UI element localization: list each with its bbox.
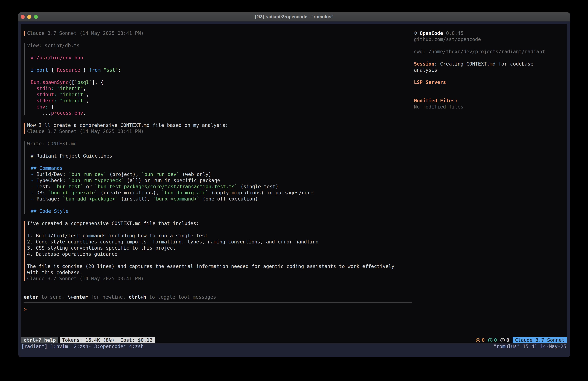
minimize-button[interactable] bbox=[27, 15, 31, 19]
text-segment: with this codebase. bbox=[27, 269, 83, 275]
window-controls bbox=[21, 15, 38, 19]
message-line: 4. Database operations guidance bbox=[27, 251, 413, 257]
text-segment: : Creating CONTEXT.md for codebase bbox=[434, 61, 533, 67]
sidebar-line: © OpenCode 0.0.45 bbox=[414, 30, 566, 36]
text-segment bbox=[54, 86, 57, 91]
text-segment: `bun run dev` bbox=[69, 171, 106, 177]
tool-line: stderr: "inherit", bbox=[27, 98, 413, 104]
text-segment: import bbox=[31, 67, 48, 73]
blank-line bbox=[21, 116, 413, 122]
tool-line: ## Commands bbox=[27, 165, 413, 171]
input-divider bbox=[24, 300, 412, 306]
window-title: [2/3] radiant:3:opencode - "romulus" bbox=[255, 14, 334, 19]
text-segment: View: script/db.ts bbox=[27, 43, 80, 48]
message-line bbox=[27, 226, 413, 233]
text-segment bbox=[31, 98, 37, 104]
tool-line: - Test: `bun test` or `bun test packages… bbox=[27, 183, 413, 190]
sidebar-line: LSP Servers bbox=[414, 79, 566, 85]
tool-line: View: script/db.ts bbox=[27, 43, 413, 49]
tmux-session-clock: "romulus" 15:41 14-May-25 bbox=[493, 343, 566, 350]
text-segment: `psql` bbox=[74, 79, 92, 85]
assistant-message: I've created a comprehensive CONTEXT.md … bbox=[24, 220, 413, 282]
text-segment: `bun db migrate` bbox=[162, 190, 209, 196]
text-segment: `bunx <command>` bbox=[153, 196, 200, 202]
text-segment bbox=[31, 86, 37, 91]
text-segment: \+enter bbox=[67, 294, 88, 300]
close-button[interactable] bbox=[21, 15, 25, 19]
text-segment: env bbox=[37, 104, 45, 110]
text-segment: "inherit" bbox=[60, 98, 86, 104]
text-segment: No modified files bbox=[414, 104, 463, 110]
blank-line bbox=[21, 36, 413, 43]
tool-line: Write: CONTEXT.md bbox=[27, 141, 413, 147]
text-segment: (web only) bbox=[179, 171, 211, 177]
text-segment: "inherit" bbox=[57, 86, 83, 91]
message-line: 3. CSS styling conventions specific to t… bbox=[27, 245, 413, 251]
tmux-window-2[interactable]: 2:zsh- bbox=[71, 344, 91, 349]
text-segment: enter bbox=[24, 294, 38, 300]
message-line: 1. Build/lint/test commands including ho… bbox=[27, 233, 413, 239]
text-segment: Claude 3.7 Sonnet (14 May 2025 03:41 PM) bbox=[27, 129, 144, 134]
tool-call-block: Write: CONTEXT.md # Radiant Project Guid… bbox=[24, 141, 413, 214]
text-segment: ; bbox=[118, 67, 121, 73]
message-line: 2. Code style guidelines covering import… bbox=[27, 239, 413, 245]
text-segment: : bbox=[51, 86, 54, 91]
text-segment: github.com/sst/opencode bbox=[414, 37, 481, 42]
tokens-cost-badge: Tokens: 16.4K (8%), Cost: $0.12 bbox=[60, 337, 155, 343]
circled-h-icon: h bbox=[500, 338, 505, 342]
text-segment bbox=[101, 67, 104, 73]
tool-line: stdin: "inherit", bbox=[27, 85, 413, 91]
text-segment: ## Commands bbox=[31, 165, 63, 171]
text-segment: TypeCheck: bbox=[37, 178, 69, 183]
text-segment: OpenCode bbox=[420, 30, 443, 36]
tool-line bbox=[27, 159, 413, 165]
text-segment bbox=[31, 104, 37, 110]
text-segment: : bbox=[45, 104, 48, 110]
diagnostic-count: 0 bbox=[494, 337, 497, 343]
diagnostic-i-indicator: i0 bbox=[488, 337, 497, 343]
text-segment: `bun test` bbox=[54, 184, 83, 189]
text-segment: - bbox=[31, 196, 37, 202]
sidebar-line bbox=[414, 85, 566, 91]
tool-line: Bun.spawnSync([`psql`], { bbox=[27, 79, 413, 85]
tool-line: - TypeCheck: `bun run typecheck` (all) o… bbox=[27, 178, 413, 183]
tmux-window-list: [radiant] 1:nvim 2:zsh- 3:opencode* 4:zs… bbox=[21, 343, 144, 350]
circled-i-icon: i bbox=[488, 338, 492, 342]
sidebar-line: No modified files bbox=[414, 104, 566, 110]
sidebar-line: github.com/sst/opencode bbox=[414, 36, 566, 43]
tool-line: - DB: `bun db generate` (create migratio… bbox=[27, 190, 413, 196]
zoom-button[interactable] bbox=[34, 15, 38, 19]
text-segment: 3. CSS styling conventions specific to t… bbox=[27, 245, 176, 251]
sidebar-line: Session: Creating CONTEXT.md for codebas… bbox=[414, 61, 566, 67]
text-segment: "sst" bbox=[104, 67, 118, 73]
terminal-window: [2/3] radiant:3:opencode - "romulus" Cla… bbox=[18, 12, 570, 357]
tmux-window-3[interactable]: 3:opencode* bbox=[91, 344, 126, 349]
text-segment: The file is concise (20 lines) and captu… bbox=[27, 264, 394, 269]
text-segment: Claude 3.7 Sonnet (14 May 2025 03:41 PM) bbox=[27, 276, 144, 281]
message-line: Claude 3.7 Sonnet (14 May 2025 03:41 PM) bbox=[27, 30, 413, 36]
tmux-window-1[interactable]: 1:nvim bbox=[50, 344, 71, 349]
terminal-body: Claude 3.7 Sonnet (14 May 2025 03:41 PM)… bbox=[18, 22, 570, 357]
text-segment: Test: bbox=[37, 184, 54, 189]
text-segment: ctrl+h bbox=[129, 294, 146, 300]
desktop-background: [2/3] radiant:3:opencode - "romulus" Cla… bbox=[0, 0, 588, 381]
text-segment: - bbox=[31, 184, 37, 189]
tool-line: stdout: "inherit", bbox=[27, 91, 413, 98]
tool-line: ...process.env, bbox=[27, 110, 413, 116]
text-segment: { bbox=[48, 104, 54, 110]
text-segment: `bun db generate` bbox=[48, 190, 98, 196]
help-keybind-badge[interactable]: ctrl+? help bbox=[21, 337, 58, 343]
text-segment: I've created a comprehensive CONTEXT.md … bbox=[27, 221, 199, 226]
statusbar-spacer bbox=[155, 337, 476, 343]
message-line: The file is concise (20 lines) and captu… bbox=[27, 263, 413, 269]
text-segment: - bbox=[31, 190, 37, 196]
opencode-tui: Claude 3.7 Sonnet (14 May 2025 03:41 PM)… bbox=[21, 24, 567, 343]
opencode-statusbar: ctrl+? help Tokens: 16.4K (8%), Cost: $0… bbox=[21, 337, 567, 343]
text-segment: process.env bbox=[51, 110, 83, 116]
text-segment: "inherit" bbox=[60, 92, 86, 97]
text-segment: , bbox=[86, 98, 89, 104]
tmux-window-4[interactable]: 4:zsh bbox=[126, 344, 144, 349]
prompt-input-line[interactable]: > bbox=[24, 306, 413, 312]
model-badge[interactable]: Claude 3.7 Sonnet bbox=[513, 337, 567, 343]
text-segment: Build/Dev: bbox=[37, 171, 69, 177]
